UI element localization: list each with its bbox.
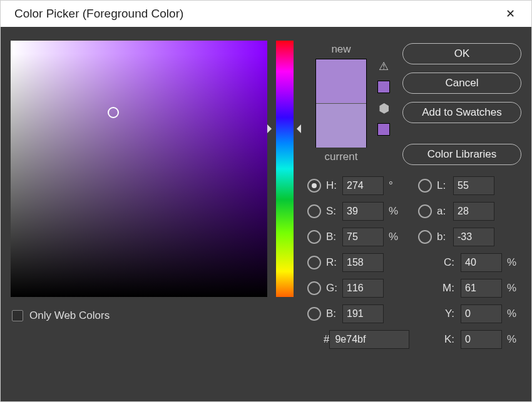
hash-label: # [324, 333, 329, 346]
sb-cursor-icon [108, 107, 119, 118]
r-input[interactable] [342, 253, 384, 272]
m-input[interactable] [461, 279, 502, 298]
only-web-colors-label: Only Web Colors [29, 309, 110, 322]
b-label: B: [326, 231, 342, 243]
cancel-button[interactable]: Cancel [402, 73, 521, 94]
current-label: current [325, 151, 358, 163]
c-row: C: % [418, 253, 521, 272]
b-radio[interactable] [307, 230, 321, 244]
add-to-swatches-button[interactable]: Add to Swatches [402, 102, 521, 123]
saturation-brightness-field[interactable] [11, 41, 267, 297]
blue-row: B: [307, 304, 411, 323]
color-picker-dialog: Color Picker (Foreground Color) ✕ Only W… [0, 0, 532, 402]
b-row: B: % [307, 228, 411, 246]
h-label: H: [326, 179, 342, 192]
hex-input[interactable] [329, 330, 409, 349]
c-input[interactable] [461, 253, 502, 272]
blue-input[interactable] [342, 304, 384, 323]
s-input[interactable] [342, 202, 384, 221]
color-libraries-button[interactable]: Color Libraries [402, 144, 521, 165]
pct-suffix: % [389, 205, 400, 218]
deg-suffix: ° [389, 179, 400, 192]
pct-suffix: % [389, 231, 400, 243]
a-label: a: [437, 205, 453, 218]
s-label: S: [326, 205, 342, 218]
blue-label: B: [326, 308, 342, 320]
h-row: H: ° [307, 176, 411, 195]
a-row: a: [418, 202, 521, 221]
g-radio[interactable] [307, 281, 321, 295]
right-column: new current ⚠ ⬢ OK Cancel Add to S [301, 41, 521, 390]
l-label: L: [437, 179, 453, 192]
l-input[interactable] [453, 176, 494, 195]
new-label: new [331, 43, 350, 56]
only-web-colors-checkbox[interactable] [12, 310, 23, 321]
m-label: M: [434, 282, 454, 294]
lab-b-label: b: [437, 231, 453, 243]
y-input[interactable] [461, 304, 502, 323]
gamut-indicators: ⚠ ⬢ [377, 59, 390, 165]
left-column: Only Web Colors [11, 41, 267, 390]
gamut-chip[interactable] [377, 81, 390, 93]
g-input[interactable] [342, 279, 384, 298]
k-label: K: [434, 333, 454, 346]
lab-b-input[interactable] [453, 228, 494, 246]
m-row: M: % [418, 279, 521, 298]
window-title: Color Picker (Foreground Color) [14, 7, 183, 21]
titlebar: Color Picker (Foreground Color) ✕ [1, 1, 531, 27]
blue-radio[interactable] [307, 307, 321, 321]
hex-row: # [307, 330, 411, 349]
s-row: S: % [307, 202, 411, 221]
a-input[interactable] [453, 202, 494, 221]
a-radio[interactable] [418, 204, 432, 218]
pct-suffix: % [507, 333, 518, 346]
k-row: K: % [418, 330, 521, 349]
g-label: G: [326, 282, 342, 294]
l-radio[interactable] [418, 179, 432, 193]
pct-suffix: % [507, 308, 518, 320]
k-input[interactable] [461, 330, 502, 349]
only-web-colors-row[interactable]: Only Web Colors [12, 309, 267, 322]
color-swatches [315, 59, 367, 148]
out-of-gamut-warning-icon[interactable]: ⚠ [379, 59, 389, 73]
y-row: Y: % [418, 304, 521, 323]
websafe-chip[interactable] [377, 123, 390, 136]
current-color-swatch[interactable] [316, 103, 366, 148]
new-color-swatch[interactable] [316, 59, 366, 103]
g-row: G: [307, 279, 411, 298]
color-swatch-block: new current [310, 43, 372, 165]
action-buttons: OK Cancel Add to Swatches Color Librarie… [402, 43, 521, 165]
lab-b-row: b: [418, 228, 521, 246]
websafe-cube-icon[interactable]: ⬢ [379, 101, 389, 116]
s-radio[interactable] [307, 204, 321, 218]
pct-suffix: % [507, 256, 518, 269]
pct-suffix: % [507, 282, 518, 294]
c-label: C: [434, 256, 454, 269]
l-row: L: [418, 176, 521, 195]
color-value-grid: H: ° L: S: % [307, 176, 521, 349]
hue-gradient [276, 41, 294, 297]
b-input[interactable] [342, 228, 384, 246]
h-radio[interactable] [307, 179, 321, 193]
r-row: R: [307, 253, 411, 272]
top-right: new current ⚠ ⬢ OK Cancel Add to S [307, 41, 521, 165]
ok-button[interactable]: OK [402, 43, 521, 64]
r-radio[interactable] [307, 256, 321, 269]
h-input[interactable] [342, 176, 384, 195]
lab-b-radio[interactable] [418, 230, 432, 244]
r-label: R: [326, 256, 342, 269]
dialog-body: Only Web Colors new current ⚠ ⬢ [1, 27, 531, 401]
y-label: Y: [434, 308, 454, 320]
hue-slider[interactable] [276, 41, 294, 297]
close-icon[interactable]: ✕ [498, 7, 523, 21]
